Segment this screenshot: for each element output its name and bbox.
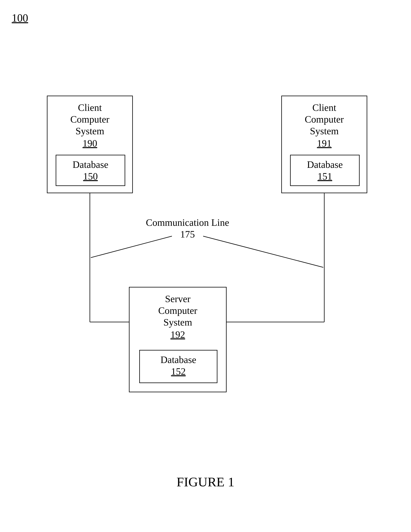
- figure-number-label: 100: [12, 12, 28, 24]
- connector-lines: [0, 0, 411, 532]
- client-right-db-label: Database: [291, 159, 359, 170]
- client-right-title-line2: Computer: [282, 113, 367, 125]
- client-left-ref: 190: [48, 138, 132, 149]
- client-left-box: Client Computer System 190 Database 150: [47, 96, 133, 193]
- server-title-line2: Computer: [129, 305, 226, 316]
- comm-line-ref: 175: [141, 228, 235, 240]
- client-left-db-ref: 150: [56, 171, 125, 182]
- server-box: Server Computer System 192 Database 152: [129, 287, 227, 392]
- client-right-db-ref: 151: [291, 171, 359, 182]
- client-right-box: Client Computer System 191 Database 151: [281, 96, 367, 193]
- client-left-db-box: Database 150: [56, 155, 125, 186]
- client-right-db-box: Database 151: [290, 155, 360, 186]
- comm-line-text: Communication Line: [141, 217, 235, 228]
- client-left-title-line1: Client: [48, 102, 132, 113]
- diagram-page: 100 Client Computer System 190 Database …: [0, 0, 411, 532]
- server-db-label: Database: [140, 354, 217, 365]
- client-right-title: Client Computer System: [282, 102, 367, 137]
- communication-line-label: Communication Line 175: [141, 217, 235, 240]
- figure-caption: FIGURE 1: [0, 474, 411, 490]
- server-db-box: Database 152: [139, 350, 217, 383]
- server-title: Server Computer System: [129, 293, 226, 328]
- client-right-title-line1: Client: [282, 102, 367, 113]
- client-right-title-line3: System: [282, 125, 367, 137]
- leader-175-right: [203, 236, 323, 267]
- client-left-title-line2: Computer: [48, 113, 132, 125]
- server-title-line3: System: [129, 316, 226, 328]
- server-db-ref: 152: [140, 366, 217, 377]
- client-right-ref: 191: [282, 138, 367, 149]
- server-title-line1: Server: [129, 293, 226, 305]
- server-ref: 192: [129, 329, 226, 340]
- client-left-title-line3: System: [48, 125, 132, 137]
- client-left-title: Client Computer System: [48, 102, 132, 137]
- client-left-db-label: Database: [56, 159, 125, 170]
